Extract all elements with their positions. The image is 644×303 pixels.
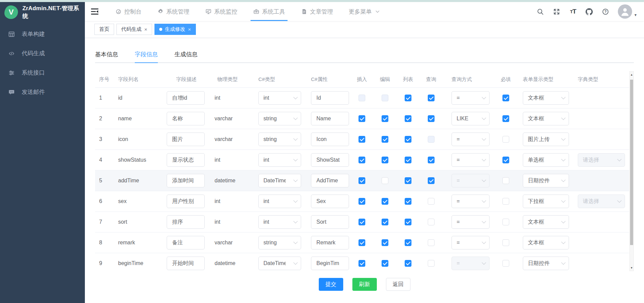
insert-checkbox-checked[interactable] xyxy=(358,177,365,184)
cs-type-select[interactable]: string xyxy=(258,236,301,249)
display-type-select[interactable]: 文本框 xyxy=(523,91,569,105)
cs-type-select[interactable]: DateTime xyxy=(258,257,301,270)
required-checkbox-checked[interactable] xyxy=(502,157,509,163)
list-checkbox-checked[interactable] xyxy=(405,136,411,143)
field-desc-input[interactable]: 备注 xyxy=(167,236,205,249)
cs-type-select[interactable]: string xyxy=(258,112,301,125)
cs-prop-input[interactable]: Name xyxy=(311,112,349,125)
insert-checkbox-checked[interactable] xyxy=(358,239,365,246)
display-type-select[interactable]: 文本框 xyxy=(523,112,569,125)
insert-checkbox-checked[interactable] xyxy=(358,260,365,267)
display-type-select[interactable]: 日期控件 xyxy=(523,174,569,187)
tag-代码生成[interactable]: 代码生成× xyxy=(116,24,152,35)
query-mode-select[interactable]: = xyxy=(452,215,490,229)
list-checkbox-checked[interactable] xyxy=(405,239,411,246)
query-mode-select[interactable]: = xyxy=(452,236,490,249)
required-checkbox-unchecked[interactable] xyxy=(502,219,509,225)
query-checkbox-checked[interactable] xyxy=(428,115,435,122)
field-desc-input[interactable]: 排序 xyxy=(167,215,205,229)
list-checkbox-checked[interactable] xyxy=(405,260,411,267)
edit-checkbox-unchecked[interactable] xyxy=(382,177,388,184)
edit-checkbox-checked[interactable] xyxy=(382,198,388,205)
insert-checkbox-checked[interactable] xyxy=(358,198,365,205)
scrollbar-thumb[interactable] xyxy=(630,80,633,245)
sidebar-item-代码生成[interactable]: 代码生成 xyxy=(0,44,85,63)
font-size-icon[interactable]: TT xyxy=(569,7,577,16)
query-checkbox-unchecked[interactable] xyxy=(428,198,435,205)
list-checkbox-checked[interactable] xyxy=(405,198,411,205)
tab-生成信息[interactable]: 生成信息 xyxy=(174,46,198,62)
insert-checkbox-checked[interactable] xyxy=(358,219,365,225)
cs-type-select[interactable]: int xyxy=(258,153,301,167)
field-desc-input[interactable]: 自增id xyxy=(167,91,205,105)
table-scrollbar[interactable]: ▲ ▼ xyxy=(629,71,634,271)
nav-menu-系统管理[interactable]: 系统管理 xyxy=(149,2,197,21)
query-checkbox-unchecked[interactable] xyxy=(428,239,435,246)
display-type-select[interactable]: 图片上传 xyxy=(523,133,569,146)
cs-prop-input[interactable]: Id xyxy=(311,91,349,105)
cs-prop-input[interactable]: BeginTim xyxy=(311,257,349,270)
edit-checkbox-checked[interactable] xyxy=(382,115,388,122)
required-checkbox-unchecked[interactable] xyxy=(502,260,509,267)
edit-checkbox-checked[interactable] xyxy=(382,136,388,143)
query-checkbox-checked[interactable] xyxy=(428,177,435,184)
tag-close-icon[interactable]: × xyxy=(144,27,147,32)
required-checkbox-unchecked[interactable] xyxy=(502,198,509,205)
scrollbar-up-arrow[interactable]: ▲ xyxy=(630,72,633,77)
query-checkbox-unchecked[interactable] xyxy=(428,260,435,267)
list-checkbox-checked[interactable] xyxy=(405,115,411,122)
list-checkbox-checked[interactable] xyxy=(405,157,411,163)
edit-checkbox-checked[interactable] xyxy=(382,260,388,267)
cs-type-select[interactable]: DateTime xyxy=(258,174,301,187)
insert-checkbox-checked[interactable] xyxy=(358,115,365,122)
cs-prop-input[interactable]: Remark xyxy=(311,236,349,249)
query-mode-select[interactable]: = xyxy=(452,133,490,146)
cs-type-select[interactable]: int xyxy=(258,215,301,229)
hamburger-icon[interactable] xyxy=(90,5,99,18)
app-logo[interactable]: V ZrAdmin.NET-管理系统 xyxy=(0,2,85,22)
field-desc-input[interactable]: 名称 xyxy=(167,112,205,125)
display-type-select[interactable]: 文本框 xyxy=(523,236,569,249)
刷新-button[interactable]: 刷新 xyxy=(352,278,377,291)
list-checkbox-checked[interactable] xyxy=(405,219,411,225)
nav-menu-系统监控[interactable]: 系统监控 xyxy=(197,2,245,21)
help-icon[interactable]: ? xyxy=(602,7,610,16)
edit-checkbox-checked[interactable] xyxy=(382,239,388,246)
nav-menu-更多菜单[interactable]: 更多菜单 xyxy=(341,2,389,21)
field-desc-input[interactable]: 开始时间 xyxy=(167,257,205,270)
insert-checkbox-checked[interactable] xyxy=(358,136,365,143)
required-checkbox-unchecked[interactable] xyxy=(502,136,509,143)
display-type-select[interactable]: 文本框 xyxy=(523,215,569,229)
tag-close-icon[interactable]: × xyxy=(188,27,191,32)
required-checkbox-unchecked[interactable] xyxy=(502,239,509,246)
query-mode-select[interactable]: = xyxy=(452,91,490,105)
cs-prop-input[interactable]: Sex xyxy=(311,195,349,208)
sidebar-item-发送邮件[interactable]: 发送邮件 xyxy=(0,82,85,102)
返回-button[interactable]: 返回 xyxy=(386,278,410,291)
query-checkbox-checked[interactable] xyxy=(428,157,435,163)
nav-menu-文章管理[interactable]: 文章管理 xyxy=(293,2,341,21)
query-checkbox-unchecked[interactable] xyxy=(428,219,435,225)
query-mode-select[interactable]: = xyxy=(452,195,490,208)
cs-type-select[interactable]: int xyxy=(258,195,301,208)
nav-menu-系统工具[interactable]: 系统工具 xyxy=(245,2,293,21)
required-checkbox-checked[interactable] xyxy=(502,95,509,101)
nav-menu-控制台[interactable]: 控制台 xyxy=(107,2,149,21)
display-type-select[interactable]: 日期控件 xyxy=(523,257,569,270)
field-desc-input[interactable]: 用户性别 xyxy=(167,195,205,208)
tag-首页[interactable]: 首页 xyxy=(94,24,114,35)
required-checkbox-checked[interactable] xyxy=(502,115,509,122)
cs-prop-input[interactable]: Sort xyxy=(311,215,349,229)
cs-type-select[interactable]: int xyxy=(258,91,301,105)
cs-prop-input[interactable]: Icon xyxy=(311,133,349,146)
display-type-select[interactable]: 单选框 xyxy=(523,153,569,167)
list-checkbox-checked[interactable] xyxy=(405,95,411,101)
insert-checkbox-checked[interactable] xyxy=(358,157,365,163)
github-icon[interactable] xyxy=(585,7,593,16)
list-checkbox-checked[interactable] xyxy=(405,177,411,184)
cs-prop-input[interactable]: AddTime xyxy=(311,174,349,187)
scrollbar-down-arrow[interactable]: ▼ xyxy=(630,265,633,270)
field-desc-input[interactable]: 添加时间 xyxy=(167,174,205,187)
query-mode-select[interactable]: = xyxy=(452,153,490,167)
query-checkbox-checked[interactable] xyxy=(428,95,435,101)
